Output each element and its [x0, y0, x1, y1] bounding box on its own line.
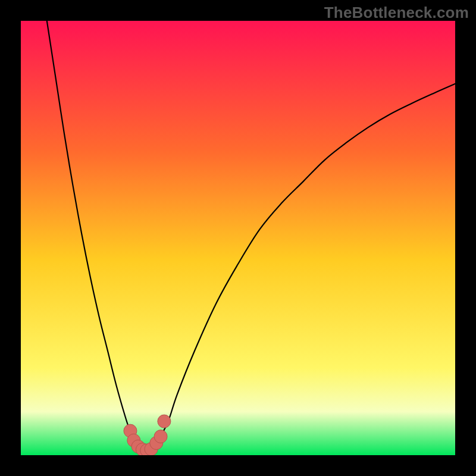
- chart-svg: [21, 21, 455, 455]
- plot-area: [21, 21, 455, 455]
- marker-dot: [154, 430, 167, 443]
- watermark-text: TheBottleneck.com: [324, 4, 469, 22]
- marker-dot: [158, 415, 171, 428]
- outer-frame: TheBottleneck.com: [0, 0, 476, 476]
- gradient-background: [21, 21, 455, 455]
